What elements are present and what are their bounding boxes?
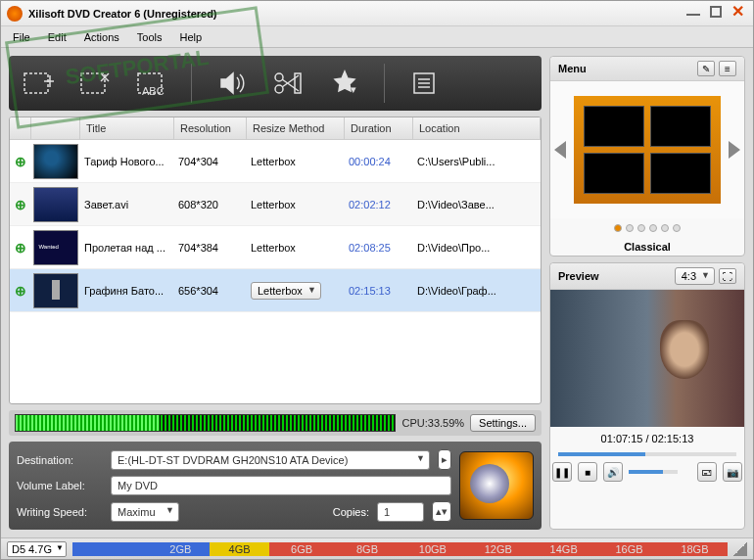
- cell-resize: Letterbox: [247, 199, 345, 210]
- copies-stepper[interactable]: ▴▾: [432, 501, 451, 522]
- volume-slider[interactable]: [629, 470, 678, 474]
- menubar: File Edit Actions Tools Help: [1, 26, 753, 48]
- copies-label: Copies:: [333, 506, 369, 518]
- destination-panel: Destination: E:(HL-DT-ST DVDRAM GH20NS10…: [9, 442, 542, 530]
- next-template-button[interactable]: [729, 141, 740, 159]
- cell-resolution: 656*304: [174, 285, 247, 297]
- chapter-icon[interactable]: [406, 66, 442, 101]
- cell-location: D:\Video\Заве...: [413, 199, 541, 210]
- col-duration[interactable]: Duration: [345, 117, 413, 139]
- col-resolution[interactable]: Resolution: [174, 117, 247, 139]
- cell-resolution: 704*384: [174, 242, 247, 254]
- cell-duration: 02:02:12: [345, 199, 413, 210]
- thumbnail: [33, 230, 78, 265]
- main-toolbar: ABC ▾: [9, 56, 542, 111]
- speed-label: Writing Speed:: [17, 506, 103, 518]
- svg-point-9: [275, 73, 283, 81]
- menu-tools[interactable]: Tools: [137, 31, 163, 43]
- titlebar: Xilisoft DVD Creator 6 (Unregistered) ✕: [1, 1, 753, 26]
- seek-bar[interactable]: [558, 452, 736, 456]
- resize-grip[interactable]: [733, 542, 747, 556]
- preview-panel: Preview 4:3 ⛶ 01:07:15 / 02:15:13 ❚❚ ■ 🔊…: [549, 262, 745, 530]
- add-icon[interactable]: ⊕: [15, 197, 26, 212]
- cell-title: Пролетая над ...: [80, 242, 174, 254]
- preview-video[interactable]: [550, 290, 744, 427]
- menu-actions[interactable]: Actions: [84, 31, 119, 43]
- table-row[interactable]: ⊕ Тариф Нового... 704*304 Letterbox 00:0…: [10, 140, 541, 183]
- volume-label: Volume Label:: [17, 480, 103, 491]
- cell-resolution: 608*320: [174, 199, 247, 210]
- browse-button[interactable]: ▸: [438, 449, 451, 470]
- svg-text:ABC: ABC: [142, 85, 165, 97]
- volume-icon[interactable]: 🔊: [603, 462, 623, 482]
- cell-title: Тариф Нового...: [80, 156, 174, 167]
- svg-rect-0: [24, 73, 48, 93]
- menu-help[interactable]: Help: [179, 31, 202, 43]
- template-preview[interactable]: [574, 96, 721, 204]
- cell-resize: Letterbox: [247, 156, 345, 167]
- file-table: Title Resolution Resize Method Duration …: [9, 117, 542, 404]
- menu-file[interactable]: File: [13, 31, 30, 43]
- cell-location: D:\Video\Про...: [413, 242, 541, 254]
- table-row[interactable]: ⊕ Завет.avi 608*320 Letterbox 02:02:12 D…: [10, 183, 541, 226]
- edit-template-icon[interactable]: ✎: [697, 61, 715, 76]
- maximize-button[interactable]: [710, 6, 722, 18]
- disc-type-dropdown[interactable]: D5 4.7G: [7, 541, 67, 557]
- fullscreen-icon[interactable]: ⛶: [719, 268, 736, 284]
- bookmark-icon[interactable]: 🖃: [697, 462, 717, 482]
- copies-input[interactable]: [377, 502, 424, 522]
- subtitle-icon[interactable]: ABC: [134, 66, 169, 101]
- capacity-bar: 2GB 4GB 6GB 8GB 10GB 12GB 14GB 16GB 18GB: [72, 542, 728, 556]
- statusbar: D5 4.7G 2GB 4GB 6GB 8GB 10GB 12GB 14GB 1…: [1, 537, 753, 559]
- prev-template-button[interactable]: [554, 141, 566, 159]
- thumbnail: [33, 273, 78, 308]
- cpu-label: CPU:33.59%: [401, 417, 464, 429]
- volume-input[interactable]: [111, 476, 451, 495]
- add-icon[interactable]: ⊕: [15, 154, 26, 169]
- col-location[interactable]: Location: [413, 117, 541, 139]
- menu-panel-title: Menu: [558, 63, 693, 74]
- audio-icon[interactable]: [213, 66, 249, 101]
- svg-point-8: [275, 85, 283, 93]
- menu-panel: Menu ✎ ≡ Classical: [549, 56, 745, 257]
- cell-duration: 00:00:24: [345, 156, 413, 167]
- aspect-ratio-dropdown[interactable]: 4:3: [675, 267, 715, 285]
- cell-location: D:\Video\Граф...: [413, 285, 541, 297]
- cpu-graph: [15, 414, 396, 432]
- thumbnail: [33, 187, 78, 222]
- clip-icon[interactable]: [270, 66, 306, 101]
- cell-title: Завет.avi: [80, 199, 174, 210]
- window-title: Xilisoft DVD Creator 6 (Unregistered): [28, 8, 686, 20]
- list-template-icon[interactable]: ≡: [719, 61, 736, 76]
- settings-button[interactable]: Settings...: [470, 414, 536, 432]
- template-name: Classical: [550, 238, 744, 256]
- burn-button[interactable]: [459, 451, 534, 520]
- add-files-icon[interactable]: [21, 66, 56, 101]
- cell-location: C:\Users\Publi...: [413, 156, 541, 167]
- col-resize-method[interactable]: Resize Method: [247, 117, 345, 139]
- effects-icon[interactable]: ▾: [327, 66, 362, 101]
- cpu-bar: CPU:33.59% Settings...: [9, 410, 542, 436]
- destination-dropdown[interactable]: E:(HL-DT-ST DVDRAM GH20NS10 ATA Device): [111, 450, 430, 470]
- resize-dropdown[interactable]: Letterbox: [251, 282, 321, 300]
- cell-duration: 02:15:13: [345, 285, 413, 297]
- snapshot-icon[interactable]: 📷: [723, 462, 742, 482]
- table-row[interactable]: ⊕ Пролетая над ... 704*384 Letterbox 02:…: [10, 226, 541, 269]
- col-title[interactable]: Title: [80, 117, 174, 139]
- cell-title: Графиня Бато...: [80, 285, 174, 297]
- thumbnail: [33, 144, 78, 179]
- pause-button[interactable]: ❚❚: [552, 462, 572, 482]
- cut-icon[interactable]: [77, 66, 113, 101]
- template-pager[interactable]: [550, 218, 744, 238]
- table-row[interactable]: ⊕ Графиня Бато... 656*304 Letterbox 02:1…: [10, 269, 541, 312]
- writing-speed-dropdown[interactable]: Maximu: [111, 502, 179, 522]
- minimize-button[interactable]: [686, 6, 700, 16]
- cell-resolution: 704*304: [174, 156, 247, 167]
- stop-button[interactable]: ■: [578, 462, 597, 482]
- close-button[interactable]: ✕: [731, 6, 747, 22]
- preview-time: 01:07:15 / 02:15:13: [550, 427, 744, 450]
- add-icon[interactable]: ⊕: [15, 283, 26, 299]
- add-icon[interactable]: ⊕: [15, 240, 26, 256]
- menu-edit[interactable]: Edit: [48, 31, 67, 43]
- preview-title: Preview: [558, 270, 675, 282]
